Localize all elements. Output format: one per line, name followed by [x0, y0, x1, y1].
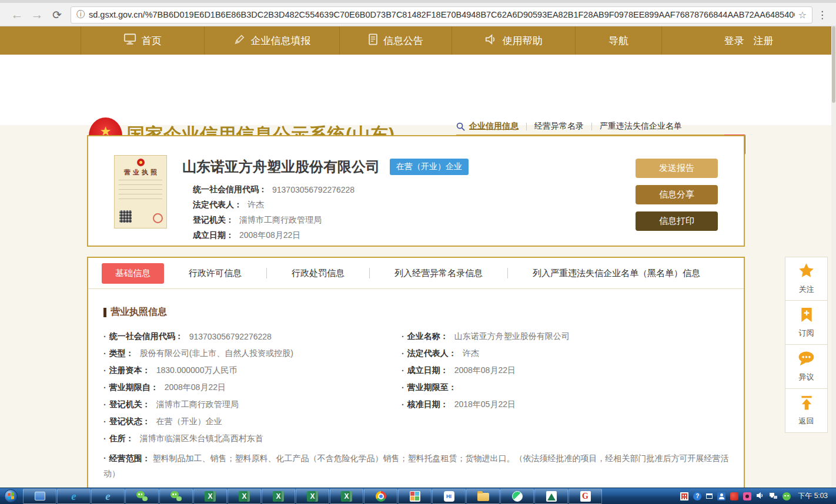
taskbar-baidu-hi-button[interactable]: HI — [432, 489, 466, 504]
field-label: 成立日期： — [407, 365, 449, 376]
info-share-button[interactable]: 信息分享 — [636, 185, 718, 204]
wechat-tray-icon[interactable] — [783, 492, 791, 500]
back-icon[interactable]: ← — [7, 8, 27, 22]
tab-blacklist[interactable]: 列入严重违法失信企业名单（黑名单）信息 — [508, 268, 725, 279]
help-tray-icon[interactable]: ? — [693, 492, 701, 500]
field-label: 经营范围： — [109, 453, 151, 463]
scrollbar[interactable] — [831, 26, 836, 488]
search-scope-tabs: 企业信用信息 经营异常名录 严重违法失信企业名单 — [456, 121, 690, 132]
red-tray-icon[interactable] — [730, 492, 738, 500]
tab-admin-license[interactable]: 行政许可信息 — [164, 268, 266, 279]
taskbar-excel-button-4[interactable]: X — [296, 489, 329, 504]
search-tab-abnormal-list[interactable]: 经营异常名录 — [527, 121, 591, 132]
taskbar-clock[interactable]: 下午 5:03 — [798, 491, 828, 501]
field-value: 913703056792276228 — [189, 332, 272, 341]
field-value: 913703056792276228 — [272, 185, 355, 194]
chat-bubble-icon — [798, 351, 815, 369]
search-tab-credit-info[interactable]: 企业信用信息 — [469, 121, 526, 132]
taskbar-wechat-button-2[interactable] — [159, 489, 193, 504]
subscribe-button[interactable]: 订阅 — [785, 301, 828, 345]
start-button[interactable] — [4, 489, 18, 503]
taskbar-browser2-button[interactable]: e — [91, 489, 125, 504]
id-person-tray-icon[interactable] — [717, 492, 725, 500]
tab-basic-info[interactable]: 基础信息 — [102, 263, 164, 284]
field-label: 营业期限至： — [407, 382, 457, 393]
refresh-icon[interactable]: ⟳ — [47, 8, 67, 22]
dispute-button[interactable]: 异议 — [785, 345, 828, 389]
field-value: 淄博市临淄区朱台镇北高西村东首 — [140, 434, 263, 444]
taskbar-pyramid-app-button[interactable] — [534, 489, 568, 504]
search-tab-illegal-list[interactable]: 严重违法失信企业名单 — [592, 121, 690, 132]
field-label: 营业期限自： — [109, 382, 159, 393]
field-label: 核准日期： — [407, 399, 449, 410]
company-field-credit-code: 统一社会信用代码： 913703056792276228 — [193, 182, 355, 197]
company-field-registry: 登记机关： 淄博市工商行政管理局 — [193, 213, 355, 228]
field-label: 注册资本： — [109, 365, 151, 376]
site-header: ★ 国家企业信用信息公示系统(山东) National Enterprise C… — [0, 55, 836, 125]
up-arrow-icon — [799, 395, 814, 413]
green-circle-app-icon — [512, 491, 523, 502]
dispute-label: 异议 — [799, 372, 814, 382]
login-link[interactable]: 登录 — [724, 34, 744, 48]
field-label: 法定代表人： — [407, 348, 457, 359]
send-report-button[interactable]: 发送报告 — [636, 159, 718, 178]
field-value: 2018年05月22日 — [454, 399, 516, 410]
nav-item-home[interactable]: 首页 — [81, 26, 204, 55]
tab-admin-penalty[interactable]: 行政处罚信息 — [267, 268, 369, 279]
back-to-top-label: 返回 — [799, 416, 814, 426]
taskbar-photos-button[interactable] — [398, 489, 432, 504]
address-bar[interactable]: ⓘ sd.gsxt.gov.cn/%7BB6D019E6D1B6E86B3DC2… — [71, 6, 812, 23]
wechat-icon — [136, 491, 148, 501]
system-tray: ? 下午 5:03 — [680, 491, 836, 502]
nav-item-navigate[interactable]: 导航 — [575, 26, 661, 55]
baidu-hi-icon: HI — [444, 491, 454, 502]
taskbar-red-g-app-button[interactable]: G — [569, 489, 602, 504]
taskbar-excel-button-3[interactable]: X — [262, 489, 295, 504]
taskbar-chrome-button[interactable] — [364, 489, 397, 504]
red-character-tray-icon[interactable] — [680, 492, 688, 500]
field-value: 淄博市工商行政管理局 — [156, 399, 239, 410]
browser-menu-icon[interactable]: ⋮ — [817, 9, 827, 21]
table-row: 营业期限自：2008年08月22日 营业期限至： — [103, 379, 728, 396]
taskbar-green-circle-app-button[interactable] — [500, 489, 534, 504]
pyramid-app-icon — [546, 491, 557, 502]
nav-item-enterprise-filing[interactable]: 企业信息填报 — [204, 26, 339, 55]
section-title-bar — [103, 308, 106, 317]
back-to-top-button[interactable]: 返回 — [785, 389, 828, 433]
nav-spacer — [0, 26, 81, 55]
taskbar-excel-button-1[interactable]: X — [193, 489, 227, 504]
register-link[interactable]: 注册 — [754, 34, 774, 48]
taskbar-explorer-button[interactable] — [466, 489, 500, 504]
popup-window-tray-icon[interactable] — [706, 493, 713, 499]
scrollbar-thumb[interactable] — [832, 26, 835, 103]
follow-button[interactable]: 关注 — [785, 257, 828, 301]
tab-abnormal-list[interactable]: 列入经营异常名录信息 — [370, 268, 507, 279]
page-info-icon[interactable]: ⓘ — [76, 9, 85, 20]
speaker-tray-icon[interactable] — [756, 491, 764, 502]
company-field-established: 成立日期： 2008年08月22日 — [193, 228, 355, 243]
nav-filing-label: 企业信息填报 — [251, 34, 311, 48]
taskbar-internet-explorer-button[interactable]: e — [57, 489, 91, 504]
network-tray-icon[interactable] — [769, 491, 778, 502]
table-row: 统一社会信用代码：913703056792276228 企业名称：山东诺亚方舟塑… — [103, 328, 728, 345]
forward-icon[interactable]: → — [27, 8, 47, 22]
info-print-button[interactable]: 信息打印 — [636, 211, 718, 231]
field-label: 企业名称： — [407, 331, 449, 342]
nav-item-help[interactable]: 使用帮助 — [452, 26, 575, 55]
url-text[interactable]: sd.gsxt.gov.cn/%7BB6D019E6D1B6E86B3DC2B3… — [89, 10, 795, 19]
table-row: 登记状态：在营（开业）企业 — [103, 413, 728, 430]
license-caption: 营业执照 — [115, 168, 166, 177]
nav-item-announcements[interactable]: 信息公告 — [339, 26, 452, 55]
main-navigation: 首页 企业信息填报 信息公告 使用帮助 导航 登录 注册 — [0, 26, 836, 55]
bookmark-star-icon[interactable]: ☆ — [798, 9, 807, 21]
speaker-icon — [485, 33, 497, 48]
taskbar-excel-button-2[interactable]: X — [228, 489, 261, 504]
pink-tray-icon[interactable] — [743, 492, 751, 500]
taskbar-desktop-window-button[interactable] — [23, 489, 56, 504]
taskbar-excel-button-5[interactable]: X — [330, 489, 363, 504]
star-icon — [798, 263, 815, 281]
field-value: 淄博市工商行政管理局 — [239, 215, 322, 226]
field-label: 登记机关： — [193, 215, 234, 226]
taskbar-wechat-button-1[interactable] — [125, 489, 159, 504]
license-info-grid: 统一社会信用代码：913703056792276228 企业名称：山东诺亚方舟塑… — [103, 328, 728, 447]
